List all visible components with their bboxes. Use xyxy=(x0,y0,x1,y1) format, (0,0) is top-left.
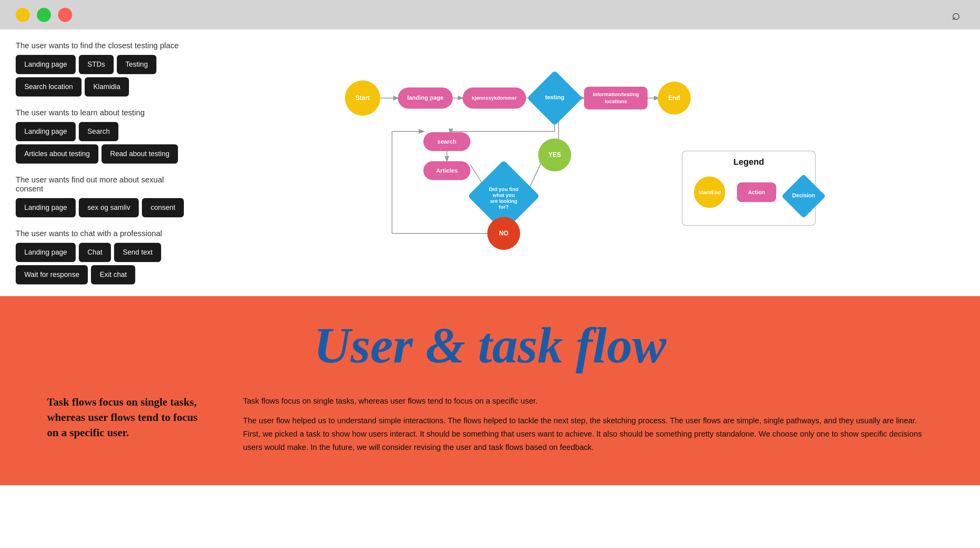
flow-steps-consent: Landing page sex og samliv consent xyxy=(16,198,192,217)
flow-label-testing-place: The user wants to find the closest testi… xyxy=(16,41,192,50)
svg-text:for?: for? xyxy=(499,204,508,210)
bottom-left: Task flows focus on single tasks, wherea… xyxy=(47,394,212,454)
flow-group-consent: The user wants find out more about sexua… xyxy=(16,175,192,217)
page-title: User & task flow xyxy=(47,320,933,371)
step-stds[interactable]: STDs xyxy=(79,55,114,74)
step-testing-1[interactable]: Testing xyxy=(117,55,156,74)
svg-text:Start/End: Start/End xyxy=(698,189,721,195)
flow-label-learn-testing: The user wants to learn about testing xyxy=(16,108,192,117)
svg-text:Legend: Legend xyxy=(733,157,764,167)
flow-group-chat: The user wants to chat with a profession… xyxy=(16,229,192,284)
minimize-button[interactable] xyxy=(16,8,30,22)
flow-steps-chat: Landing page Chat Send text Wait for res… xyxy=(16,243,192,284)
bottom-right-para-1: Task flows focus on single tasks, wherea… xyxy=(243,394,933,408)
svg-text:testing: testing xyxy=(545,94,564,100)
svg-text:Action: Action xyxy=(748,189,765,195)
svg-text:Information/testing: Information/testing xyxy=(593,91,639,97)
flow-steps-testing-place: Landing page STDs Testing Search locatio… xyxy=(16,55,192,96)
step-landing-page-2[interactable]: Landing page xyxy=(16,122,76,141)
svg-text:are looking: are looking xyxy=(490,198,517,204)
step-exit-chat[interactable]: Exit chat xyxy=(91,265,135,284)
flow-steps-learn-testing: Landing page Search Articles about testi… xyxy=(16,122,192,164)
titlebar: ⌕ xyxy=(0,0,980,29)
bottom-left-text: Task flows focus on single tasks, wherea… xyxy=(47,394,212,441)
flow-label-consent: The user wants find out more about sexua… xyxy=(16,175,192,193)
search-icon[interactable]: ⌕ xyxy=(952,7,960,23)
maximize-button[interactable] xyxy=(37,8,51,22)
step-articles-about-testing[interactable]: Articles about testing xyxy=(16,144,98,164)
svg-text:Start: Start xyxy=(356,95,370,101)
step-chat[interactable]: Chat xyxy=(79,243,111,262)
step-klamidia[interactable]: Klamidia xyxy=(85,77,129,96)
svg-text:search: search xyxy=(437,138,456,145)
step-landing-page-1[interactable]: Landing page xyxy=(16,55,76,74)
left-panel: The user wants to find the closest testi… xyxy=(16,41,204,296)
svg-text:what you: what you xyxy=(492,192,515,198)
flow-group-learn-testing: The user wants to learn about testing La… xyxy=(16,108,192,164)
svg-text:kjønnssykdommer: kjønnssykdommer xyxy=(472,95,517,101)
step-read-about-testing[interactable]: Read about testing xyxy=(102,144,178,164)
svg-text:YES: YES xyxy=(548,151,561,158)
svg-text:Decision: Decision xyxy=(792,192,815,198)
bottom-right-para-2: The user flow helped us to understand si… xyxy=(243,414,933,454)
step-consent[interactable]: consent xyxy=(142,198,184,217)
step-send-text[interactable]: Send text xyxy=(114,243,161,262)
step-search-location[interactable]: Search location xyxy=(16,77,82,96)
flowchart-container: Start landing page kjønnssykdommer testi… xyxy=(204,41,964,261)
bottom-right: Task flows focus on single tasks, wherea… xyxy=(243,394,933,454)
svg-text:locations: locations xyxy=(604,98,627,104)
flow-group-testing-place: The user wants to find the closest testi… xyxy=(16,41,192,96)
svg-text:landing page: landing page xyxy=(407,94,444,101)
step-landing-page-3[interactable]: Landing page xyxy=(16,198,76,217)
right-panel: Start landing page kjønnssykdommer testi… xyxy=(204,41,964,296)
svg-text:End: End xyxy=(668,95,680,101)
bottom-content: Task flows focus on single tasks, wherea… xyxy=(47,394,933,454)
traffic-lights xyxy=(16,8,72,22)
main-area: The user wants to find the closest testi… xyxy=(0,29,980,296)
svg-text:NO: NO xyxy=(499,230,508,237)
step-wait-for-response[interactable]: Wait for response xyxy=(16,265,88,284)
svg-text:Articles: Articles xyxy=(436,167,457,174)
step-landing-page-4[interactable]: Landing page xyxy=(16,243,76,262)
bottom-section: User & task flow Task flows focus on sin… xyxy=(0,296,980,485)
flowchart-svg: Start landing page kjønnssykdommer testi… xyxy=(204,41,964,261)
flow-label-chat: The user wants to chat with a profession… xyxy=(16,229,192,238)
close-button[interactable] xyxy=(58,8,72,22)
svg-rect-24 xyxy=(584,87,648,109)
step-sex-og-samliv[interactable]: sex og samliv xyxy=(79,198,139,217)
svg-text:Did you find: Did you find xyxy=(489,186,518,192)
step-search[interactable]: Search xyxy=(79,122,118,141)
